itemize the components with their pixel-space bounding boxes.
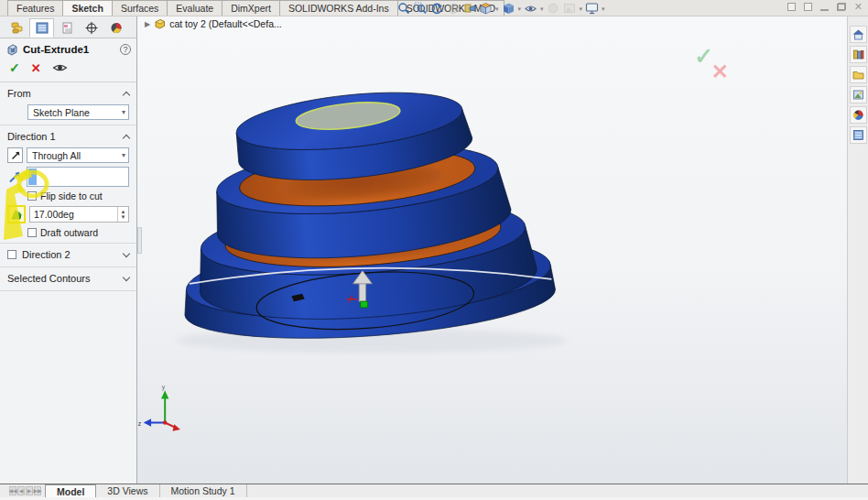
edit-appearance-icon[interactable] <box>547 2 560 16</box>
extrude-direction-row <box>0 165 136 189</box>
sheet-navigation: ◀◀ ◀ ▶ ▶▶ <box>0 484 45 497</box>
task-pane <box>847 16 868 484</box>
end-condition-row: Through All ▾ <box>0 146 136 165</box>
draft-outward-row: Draft outward <box>0 225 136 240</box>
start-condition-value: Sketch Plane <box>33 107 90 118</box>
end-condition-dropdown[interactable]: Through All ▾ <box>27 147 129 163</box>
panel-tab-bar <box>0 16 136 38</box>
dimxpertmanager-icon <box>84 21 99 35</box>
draft-outward-label: Draft outward <box>40 227 98 238</box>
triad-y-label: y <box>162 384 166 391</box>
from-section-header[interactable]: From <box>0 82 136 103</box>
prev-tab-button[interactable]: ◀ <box>17 486 25 495</box>
hide-show-items-caret[interactable]: ▾ <box>540 5 544 12</box>
view-settings-caret[interactable]: ▾ <box>602 5 605 12</box>
flip-side-checkbox[interactable] <box>27 191 37 201</box>
configurationmanager-icon <box>60 21 74 35</box>
reverse-direction-button[interactable] <box>7 147 23 163</box>
tab-surfaces[interactable]: Surfaces <box>112 0 168 16</box>
reference-triad: y z <box>138 384 180 431</box>
custom-properties-icon[interactable] <box>850 126 867 144</box>
direction2-section-header[interactable]: Direction 2 <box>0 244 136 264</box>
featuremanager-tree-tab[interactable] <box>5 18 29 38</box>
draft-outward-checkbox[interactable] <box>27 228 37 237</box>
next-tab-button[interactable]: ▶ <box>26 486 33 495</box>
help-icon[interactable]: ? <box>120 44 131 55</box>
direction-arrow-icon <box>7 169 23 185</box>
display-style-caret[interactable]: ▾ <box>518 5 522 12</box>
tab-evaluate[interactable]: Evaluate <box>167 0 222 16</box>
property-manager-panel: Cut-Extrude1 ? ✓ ✕ From Sketch Plane ▾ D… <box>0 16 137 484</box>
direction2-label: Direction 2 <box>22 249 71 260</box>
design-library-icon[interactable] <box>850 46 867 63</box>
document-window-icon[interactable] <box>804 3 812 11</box>
flip-side-row: Flip side to cut <box>0 189 136 203</box>
section-view-icon[interactable] <box>446 2 460 16</box>
tab-sketch[interactable]: Sketch <box>62 0 112 16</box>
ok-button[interactable]: ✓ <box>9 60 20 75</box>
dynamic-annotation-views-icon[interactable] <box>462 2 476 16</box>
zoom-to-area-icon[interactable] <box>413 2 427 16</box>
view-palette-icon[interactable] <box>850 86 867 103</box>
featuremanager-icon <box>10 21 25 35</box>
panel-splitter-handle[interactable] <box>137 228 141 254</box>
solidworks-window: Features Sketch Surfaces Evaluate DimXpe… <box>0 0 868 500</box>
draft-angle-value: 17.00deg <box>34 209 74 220</box>
tab-solidworks-add-ins[interactable]: SOLIDWORKS Add-Ins <box>279 0 398 16</box>
view-orientation-icon[interactable] <box>479 2 493 16</box>
cut-extrude-icon <box>5 43 18 56</box>
minimize-button[interactable] <box>820 3 829 11</box>
view-settings-icon[interactable] <box>585 2 599 16</box>
home-icon[interactable] <box>850 26 867 43</box>
direction2-checkbox[interactable] <box>7 250 16 259</box>
tab-dimxpert[interactable]: DimXpert <box>222 0 280 16</box>
expand-chevron-icon <box>123 250 130 257</box>
draft-angle-input[interactable]: 17.00deg ▲▼ <box>29 206 129 223</box>
model-3d-view[interactable]: ✓ ✕ y z <box>137 16 847 484</box>
draft-icon <box>10 208 23 221</box>
apply-scene-caret[interactable]: ▾ <box>580 5 583 12</box>
configurationmanager-tab[interactable] <box>54 18 79 38</box>
collapse-chevron-icon <box>123 134 130 141</box>
from-label: From <box>7 88 31 99</box>
selection-highlight <box>28 168 37 185</box>
apply-scene-icon[interactable] <box>563 2 577 16</box>
direction1-section-header[interactable]: Direction 1 <box>0 125 136 146</box>
hide-show-items-icon[interactable] <box>524 2 537 16</box>
display-style-icon[interactable] <box>502 2 515 16</box>
collapse-chevron-icon <box>123 91 130 98</box>
origin-point[interactable] <box>361 301 368 308</box>
tab-3d-views[interactable]: 3D Views <box>96 484 159 497</box>
direction-reference-selection-box[interactable] <box>27 167 129 187</box>
tab-model[interactable]: Model <box>45 484 96 497</box>
document-window-icon[interactable] <box>787 3 796 11</box>
graphics-viewport[interactable]: ▶ cat toy 2 (Default<<Defa... <box>137 16 847 484</box>
spinner-control[interactable]: ▲▼ <box>117 207 128 222</box>
cancel-button[interactable]: ✕ <box>31 61 41 75</box>
window-controls: ✕ <box>787 2 863 12</box>
close-button[interactable]: ✕ <box>854 2 863 12</box>
last-tab-button[interactable]: ▶▶ <box>34 486 41 495</box>
preview-eye-icon[interactable] <box>52 62 68 73</box>
previous-view-icon[interactable] <box>429 2 443 16</box>
view-orientation-caret[interactable]: ▾ <box>495 5 499 12</box>
direction1-label: Direction 1 <box>7 131 56 142</box>
appearances-icon[interactable] <box>850 106 867 124</box>
status-bar: ◀◀ ◀ ▶ ▶▶ Model 3D Views Motion Study 1 <box>0 484 868 497</box>
heads-up-view-toolbar: ▾ ▾ ▾ ▾ ▾ <box>396 0 605 16</box>
tab-motion-study-1[interactable]: Motion Study 1 <box>160 484 247 497</box>
file-explorer-icon[interactable] <box>850 66 867 83</box>
displaymanager-tab[interactable] <box>103 18 128 38</box>
feature-header: Cut-Extrude1 ? <box>0 38 136 59</box>
restore-button[interactable] <box>837 3 846 11</box>
confirm-cancel-icon[interactable]: ✕ <box>711 60 729 83</box>
selected-contours-label: Selected Contours <box>7 273 91 284</box>
selected-contours-section-header[interactable]: Selected Contours <box>0 267 136 288</box>
zoom-to-fit-icon[interactable] <box>396 2 410 16</box>
propertymanager-tab[interactable] <box>29 18 54 38</box>
draft-on-off-button[interactable] <box>7 205 26 223</box>
tab-features[interactable]: Features <box>7 0 63 16</box>
dimxpertmanager-tab[interactable] <box>79 18 103 38</box>
first-tab-button[interactable]: ◀◀ <box>9 486 16 495</box>
start-condition-dropdown[interactable]: Sketch Plane ▾ <box>27 104 129 120</box>
